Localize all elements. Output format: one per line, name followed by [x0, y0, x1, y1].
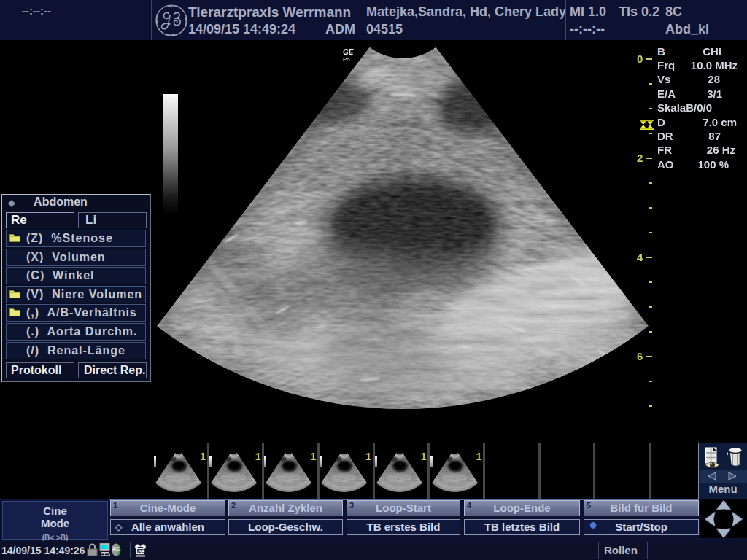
svg-text:GE: GE	[138, 549, 145, 554]
svg-text:AC: AC	[112, 546, 120, 551]
svg-text:P5: P5	[343, 56, 350, 63]
svg-text:GE: GE	[343, 48, 354, 56]
